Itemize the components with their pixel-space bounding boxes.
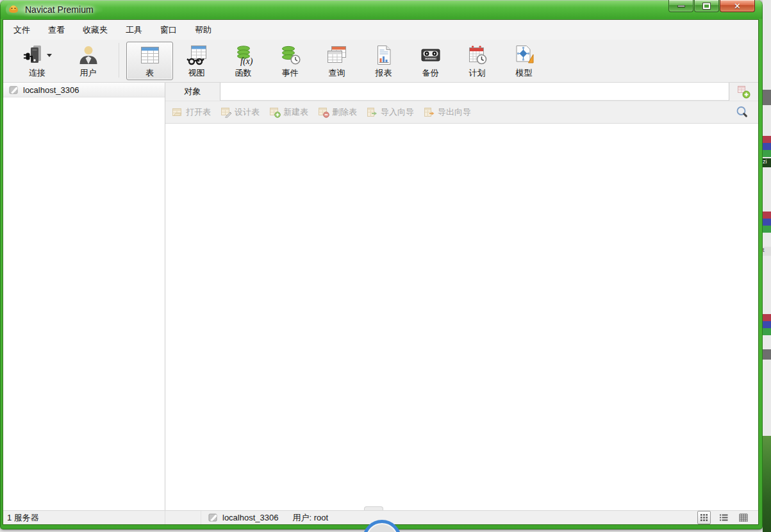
content-row: localhost_3306 对象 xyxy=(3,83,758,510)
server-count: 1 服务器 xyxy=(3,511,165,524)
toolbar-label: 计划 xyxy=(469,69,486,77)
design-table-icon xyxy=(220,106,232,118)
menu-help[interactable]: 帮助 xyxy=(186,21,220,39)
view-grid-dense-button[interactable] xyxy=(736,511,750,524)
grid-dense-icon xyxy=(739,513,748,522)
toolbar-button-backup[interactable]: 备份 xyxy=(407,42,454,80)
menu-tools[interactable]: 工具 xyxy=(117,21,151,39)
desktop-icon-fragment xyxy=(763,136,771,143)
svg-text:f(x): f(x) xyxy=(240,56,253,66)
action-label: 新建表 xyxy=(283,106,308,118)
desktop-label-fragment: t xyxy=(763,247,771,256)
new-table-button[interactable]: 新建表 xyxy=(269,106,308,118)
import-wizard-button[interactable]: 导入向导 xyxy=(367,106,414,118)
desktop-icon-fragment xyxy=(763,212,771,219)
close-icon: ✕ xyxy=(734,2,741,10)
minimize-icon xyxy=(677,5,685,7)
desktop-icon-fragment xyxy=(763,219,771,226)
user-icon xyxy=(78,44,99,66)
search-button[interactable] xyxy=(735,105,749,119)
navicat-window: Navicat Premium ✕ 文件 查看 收藏夹 工具 窗口 帮助 xyxy=(0,0,763,529)
action-label: 设计表 xyxy=(235,106,260,118)
report-icon xyxy=(373,44,395,66)
action-label: 导入向导 xyxy=(381,106,414,118)
desktop-wallpaper-fragment xyxy=(763,436,771,532)
tab-objects[interactable]: 对象 xyxy=(165,83,220,101)
search-icon xyxy=(735,105,749,119)
main-toolbar: 连接 用户 xyxy=(3,40,758,83)
export-wizard-button[interactable]: 导出向导 xyxy=(424,106,471,118)
connection-tree[interactable]: localhost_3306 xyxy=(3,83,165,510)
toolbar-label: 查询 xyxy=(329,69,345,77)
menu-favorites[interactable]: 收藏夹 xyxy=(74,21,117,39)
toolbar-label: 视图 xyxy=(188,69,205,77)
tab-strip-empty xyxy=(220,83,729,101)
toolbar-button-views[interactable]: 视图 xyxy=(173,42,220,80)
toolbar-button-functions[interactable]: f(x) 函数 xyxy=(220,42,267,80)
query-icon xyxy=(326,44,348,66)
toolbar-separator xyxy=(119,43,119,78)
event-icon xyxy=(279,44,301,66)
pane-grip[interactable] xyxy=(364,506,383,510)
toolbar-button-reports[interactable]: 报表 xyxy=(360,42,407,80)
new-tab-button[interactable] xyxy=(729,83,758,101)
export-wizard-icon xyxy=(424,106,435,118)
toolbar-label: 报表 xyxy=(376,69,392,77)
model-icon xyxy=(513,44,535,66)
tab-label: 对象 xyxy=(185,86,201,97)
tab-bar: 对象 xyxy=(165,83,758,101)
action-label: 打开表 xyxy=(186,106,211,118)
toolbar-label: 表 xyxy=(145,69,154,77)
toolbar-button-events[interactable]: 事件 xyxy=(267,42,313,80)
titlebar-title-group: Navicat Premium xyxy=(6,3,103,17)
connection-label: localhost_3306 xyxy=(23,85,79,95)
toolbar-button-queries[interactable]: 查询 xyxy=(313,42,360,80)
schedule-icon xyxy=(467,44,488,66)
statusbar-connection-label: localhost_3306 xyxy=(222,513,278,522)
connection-item-localhost[interactable]: localhost_3306 xyxy=(3,83,165,97)
object-list-area[interactable] xyxy=(165,124,758,510)
connection-dropdown-icon[interactable] xyxy=(47,54,52,57)
toolbar-button-connection[interactable]: 连接 xyxy=(10,42,65,80)
toolbar-label: 连接 xyxy=(29,69,46,77)
desktop-icon-fragment xyxy=(763,90,771,105)
close-button[interactable]: ✕ xyxy=(720,0,755,12)
table-icon xyxy=(139,44,161,66)
import-wizard-icon xyxy=(367,106,378,118)
desktop-icon-fragment xyxy=(763,226,771,233)
navicat-logo-icon xyxy=(7,4,20,15)
toolbar-button-user[interactable]: 用户 xyxy=(65,42,112,80)
desktop-icon-fragment xyxy=(763,349,771,360)
desktop-icon-fragment xyxy=(763,321,771,328)
menu-window[interactable]: 窗口 xyxy=(151,21,186,39)
statusbar-user-label: 用户: root xyxy=(292,512,328,524)
toolbar-button-model[interactable]: 模型 xyxy=(501,42,547,80)
statusbar-connection: localhost_3306 用户: root xyxy=(201,512,328,524)
grid-large-icon xyxy=(700,513,708,522)
main-panel: 对象 xyxy=(165,83,758,510)
toolbar-button-tables[interactable]: 表 xyxy=(126,42,173,80)
design-table-button[interactable]: 设计表 xyxy=(220,106,260,118)
desktop-icon-fragment xyxy=(763,328,771,335)
toolbar-label: 备份 xyxy=(422,69,439,77)
delete-table-button[interactable]: 删除表 xyxy=(318,106,357,118)
maximize-button[interactable] xyxy=(694,0,719,12)
open-table-button[interactable]: 打开表 xyxy=(172,106,211,118)
minimize-button[interactable] xyxy=(668,0,693,12)
menu-view[interactable]: 查看 xyxy=(39,21,74,39)
server-icon xyxy=(9,85,19,95)
delete-table-icon xyxy=(318,106,329,118)
view-list-button[interactable] xyxy=(717,511,731,524)
server-icon xyxy=(208,513,218,522)
statusbar-spacer xyxy=(165,511,201,524)
view-icon xyxy=(186,44,208,66)
new-table-tab-icon xyxy=(737,85,750,99)
view-mode-switcher xyxy=(697,511,758,524)
function-icon: f(x) xyxy=(233,44,254,66)
toolbar-button-schedule[interactable]: 计划 xyxy=(454,42,501,80)
menu-file[interactable]: 文件 xyxy=(4,21,39,39)
toolbar-label: 模型 xyxy=(516,69,533,77)
view-grid-large-button[interactable] xyxy=(697,511,711,524)
window-body: 文件 查看 收藏夹 工具 窗口 帮助 xyxy=(3,19,759,525)
titlebar[interactable]: Navicat Premium ✕ xyxy=(0,0,763,19)
